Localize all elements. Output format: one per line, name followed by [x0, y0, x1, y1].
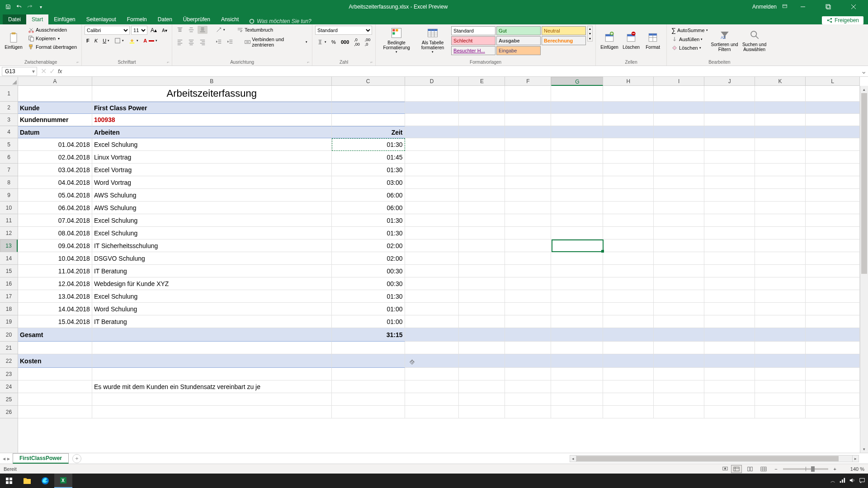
cell[interactable]: [18, 406, 92, 418]
cell[interactable]: [704, 164, 755, 176]
cell[interactable]: IT Beratung: [92, 265, 332, 277]
cell[interactable]: Zeit: [332, 126, 405, 138]
cell[interactable]: [405, 102, 459, 114]
ribbon-display-options-icon[interactable]: [782, 4, 788, 10]
cell[interactable]: [551, 189, 603, 202]
qat-customize[interactable]: ▾: [37, 3, 44, 10]
row-header[interactable]: 12: [0, 227, 18, 239]
cell[interactable]: [654, 114, 704, 126]
cell[interactable]: [755, 126, 806, 138]
cell[interactable]: [704, 102, 755, 114]
normal-view-icon[interactable]: [731, 465, 742, 473]
cell[interactable]: Word Vortrag: [92, 176, 332, 189]
tell-me-search[interactable]: Was möchten Sie tun?: [249, 18, 311, 24]
cell[interactable]: [603, 406, 654, 418]
increase-decimal-icon[interactable]: ,0,00: [352, 37, 362, 47]
cell[interactable]: [654, 290, 704, 303]
cell[interactable]: [704, 114, 755, 126]
cell[interactable]: [755, 354, 806, 368]
cell[interactable]: [551, 151, 603, 164]
cell[interactable]: [704, 380, 755, 393]
row-header[interactable]: 17: [0, 290, 18, 303]
cell[interactable]: [806, 393, 860, 406]
zoom-slider[interactable]: [783, 468, 828, 470]
cell[interactable]: [755, 102, 806, 114]
row-header[interactable]: 23: [0, 368, 18, 380]
cell[interactable]: [806, 380, 860, 393]
cell[interactable]: [603, 368, 654, 380]
cell[interactable]: [755, 265, 806, 277]
cell[interactable]: [405, 114, 459, 126]
row-header[interactable]: 5: [0, 138, 18, 151]
cell[interactable]: [704, 406, 755, 418]
save-icon[interactable]: [5, 3, 12, 10]
select-all-corner[interactable]: [0, 77, 18, 86]
cell[interactable]: [806, 315, 860, 328]
cell[interactable]: [505, 380, 551, 393]
cell[interactable]: [405, 315, 459, 328]
cell[interactable]: [92, 406, 332, 418]
column-header[interactable]: G: [551, 77, 603, 86]
cell[interactable]: [704, 393, 755, 406]
cell[interactable]: [704, 151, 755, 164]
merge-center-button[interactable]: Verbinden und zentrieren▾: [243, 36, 309, 48]
increase-font-icon[interactable]: A▴: [149, 26, 159, 34]
cell[interactable]: [459, 315, 505, 328]
cell[interactable]: [654, 227, 704, 239]
cell[interactable]: [654, 252, 704, 265]
cell[interactable]: [505, 202, 551, 214]
cell[interactable]: [755, 393, 806, 406]
cell[interactable]: [551, 368, 603, 380]
tab-view[interactable]: Ansicht: [216, 14, 244, 24]
cell[interactable]: [654, 406, 704, 418]
page-layout-view-icon[interactable]: [745, 465, 755, 473]
tab-formulas[interactable]: Formeln: [122, 14, 152, 24]
row-header[interactable]: 21: [0, 342, 18, 354]
cell[interactable]: First Class Power: [92, 102, 332, 114]
cell[interactable]: [92, 342, 332, 354]
cell[interactable]: [755, 303, 806, 315]
cell[interactable]: [654, 138, 704, 151]
cell[interactable]: [459, 406, 505, 418]
cell[interactable]: [654, 354, 704, 368]
cell[interactable]: [551, 252, 603, 265]
zoom-out-button[interactable]: −: [772, 466, 780, 472]
cell[interactable]: Kunde: [18, 102, 92, 114]
cell[interactable]: [459, 252, 505, 265]
cell[interactable]: [603, 151, 654, 164]
cell[interactable]: [459, 176, 505, 189]
cell[interactable]: 31:15: [332, 328, 405, 342]
insert-cells-button[interactable]: Einfügen: [599, 26, 620, 55]
page-break-view-icon[interactable]: [758, 465, 769, 473]
cell[interactable]: [755, 151, 806, 164]
cell[interactable]: [654, 239, 704, 252]
cell[interactable]: [459, 342, 505, 354]
cell[interactable]: 01:30: [332, 290, 405, 303]
cell[interactable]: [405, 126, 459, 138]
dialog-launcher-icon[interactable]: ⌐: [306, 59, 311, 65]
cell[interactable]: [806, 151, 860, 164]
cell[interactable]: 09.04.2018: [18, 239, 92, 252]
cell[interactable]: [704, 189, 755, 202]
cell[interactable]: [806, 126, 860, 138]
column-header[interactable]: A: [18, 77, 92, 86]
cell[interactable]: 07.04.2018: [18, 214, 92, 227]
find-select-button[interactable]: Suchen und Auswählen: [740, 26, 769, 55]
cell[interactable]: [755, 328, 806, 342]
cell[interactable]: [551, 227, 603, 239]
cell[interactable]: [603, 164, 654, 176]
cell[interactable]: [505, 102, 551, 114]
task-explorer[interactable]: [18, 474, 36, 488]
align-center-icon[interactable]: [186, 38, 196, 46]
tray-network-icon[interactable]: [839, 477, 845, 484]
cell[interactable]: [654, 189, 704, 202]
cell[interactable]: [332, 114, 405, 126]
cell[interactable]: [505, 86, 551, 102]
cell[interactable]: [654, 214, 704, 227]
cell[interactable]: [654, 328, 704, 342]
cell[interactable]: [405, 151, 459, 164]
styles-scroll-up-icon[interactable]: ▴: [588, 26, 592, 31]
tab-start[interactable]: Start: [26, 14, 48, 24]
cell[interactable]: [505, 342, 551, 354]
row-header[interactable]: 25: [0, 393, 18, 406]
